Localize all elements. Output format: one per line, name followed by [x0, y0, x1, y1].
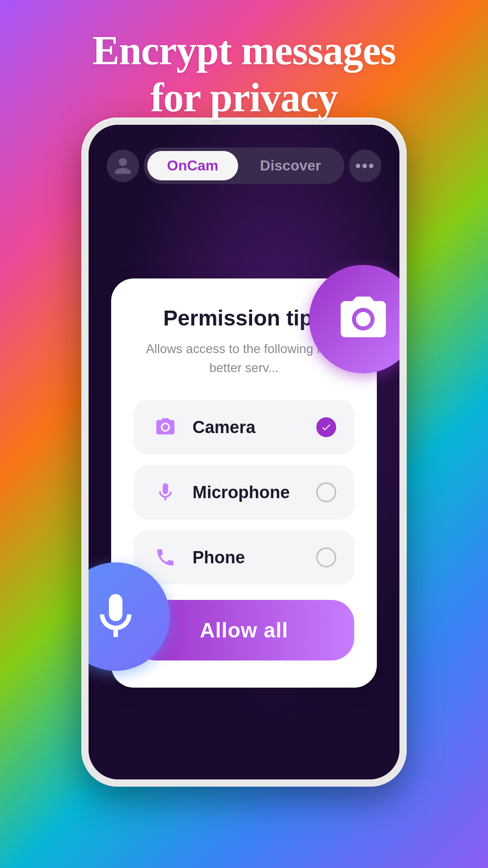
svg-point-0 — [377, 303, 384, 310]
permission-item-camera[interactable]: Camera — [134, 400, 354, 454]
user-avatar[interactable] — [107, 150, 139, 182]
phone-icon — [152, 544, 179, 571]
phone-outer: OnCam Discover ••• 😊 — [81, 118, 407, 787]
camera-icon — [152, 414, 179, 441]
permission-item-phone[interactable]: Phone — [134, 530, 354, 585]
title-area: Encrypt messages for privacy — [0, 27, 488, 121]
camera-checkbox[interactable] — [316, 417, 336, 437]
camera-label: Camera — [192, 418, 316, 437]
microphone-checkbox[interactable] — [316, 482, 336, 502]
phone-inner: OnCam Discover ••• 😊 — [89, 125, 399, 779]
more-menu-button[interactable]: ••• — [349, 150, 381, 182]
phone-mockup: OnCam Discover ••• 😊 — [81, 118, 407, 787]
headline-title: Encrypt messages for privacy — [0, 27, 488, 121]
tab-oncam[interactable]: OnCam — [147, 151, 239, 180]
microphone-label: Microphone — [192, 483, 316, 502]
phone-label: Phone — [192, 548, 316, 567]
tab-discover[interactable]: Discover — [240, 151, 341, 180]
phone-checkbox[interactable] — [316, 547, 336, 567]
nav-tabs: OnCam Discover — [144, 147, 345, 184]
permission-item-microphone[interactable]: Microphone — [134, 465, 354, 519]
microphone-icon — [152, 479, 179, 506]
app-nav: OnCam Discover ••• — [89, 147, 399, 184]
